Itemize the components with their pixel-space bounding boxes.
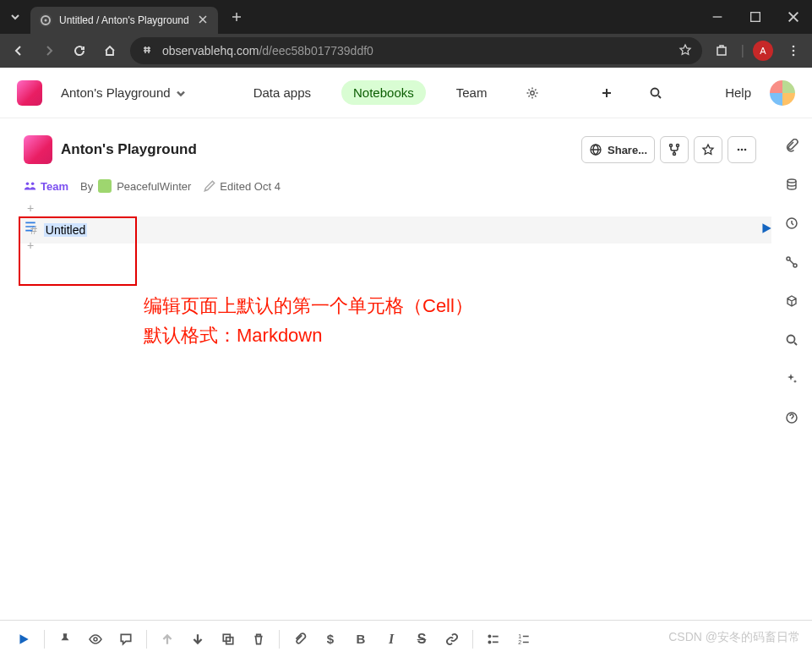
dependencies-button[interactable] (780, 250, 804, 274)
separator (279, 630, 280, 649)
attach-button[interactable] (286, 626, 313, 653)
reload-button[interactable] (66, 37, 93, 64)
side-help-button[interactable] (780, 406, 804, 430)
italic-button[interactable]: I (378, 626, 405, 653)
svg-point-24 (94, 638, 97, 641)
notebook-title: Anton's Playground (61, 141, 197, 158)
nav-team[interactable]: Team (444, 80, 499, 105)
separator (44, 630, 45, 649)
user-avatar[interactable] (770, 80, 795, 106)
extensions-button[interactable] (709, 37, 736, 64)
global-search-button[interactable] (640, 78, 671, 108)
toolbar-separator: | (739, 43, 746, 58)
svg-point-18 (787, 179, 796, 183)
svg-point-13 (738, 149, 740, 151)
separator (146, 630, 147, 649)
svg-point-20 (787, 257, 790, 260)
svg-rect-2 (750, 13, 760, 22)
bullet-list-button[interactable] (480, 626, 507, 653)
edited-info: Edited Oct 4 (203, 179, 281, 193)
package-button[interactable] (780, 289, 804, 313)
run-button[interactable] (10, 626, 37, 653)
svg-point-21 (793, 264, 797, 267)
window-close-button[interactable] (774, 3, 812, 31)
more-actions-button[interactable] (728, 136, 756, 163)
bold-button[interactable]: B (347, 626, 374, 653)
strikethrough-button[interactable]: S (408, 626, 435, 653)
history-button[interactable] (780, 211, 804, 235)
browser-tab[interactable]: Untitled / Anton's Playground (30, 7, 218, 34)
link-button[interactable] (439, 626, 466, 653)
notebook-logo (24, 135, 52, 164)
window-maximize-button[interactable] (736, 3, 774, 31)
author-avatar (98, 179, 112, 193)
bookmark-star-icon[interactable] (678, 43, 692, 59)
find-button[interactable] (780, 328, 804, 352)
svg-point-16 (26, 183, 30, 186)
add-cell-below-button[interactable]: + (27, 238, 34, 255)
svg-point-17 (31, 183, 35, 186)
svg-point-27 (488, 635, 490, 637)
format-dollar-button[interactable]: $ (317, 626, 344, 653)
close-tab-icon[interactable] (196, 13, 210, 29)
cell-content[interactable]: Untitled (44, 223, 87, 237)
svg-point-10 (670, 145, 673, 147)
share-button[interactable]: Share... (581, 136, 655, 163)
ordered-list-button[interactable]: 12 (510, 626, 537, 653)
svg-point-22 (787, 336, 795, 343)
attachments-button[interactable] (780, 134, 804, 157)
visibility-button[interactable] (82, 626, 109, 653)
svg-point-15 (744, 149, 747, 151)
delete-button[interactable] (245, 626, 272, 653)
svg-point-6 (793, 54, 795, 57)
settings-gear-icon[interactable] (517, 78, 548, 108)
pin-button[interactable] (52, 626, 79, 653)
svg-point-14 (741, 149, 744, 151)
svg-text:2: 2 (518, 638, 521, 644)
forward-button[interactable] (35, 37, 63, 64)
svg-point-11 (677, 145, 679, 147)
svg-point-1 (45, 19, 47, 22)
url-text: observablehq.com/d/eec58b017739ddf0 (162, 44, 670, 57)
svg-point-12 (673, 153, 676, 156)
team-badge[interactable]: Team (24, 179, 68, 193)
comment-button[interactable] (112, 626, 139, 653)
svg-point-4 (793, 46, 795, 48)
author-info[interactable]: By PeacefulWinter (80, 179, 191, 193)
chrome-profile-avatar[interactable]: A (753, 41, 773, 61)
database-button[interactable] (780, 172, 804, 196)
address-bar[interactable]: observablehq.com/d/eec58b017739ddf0 (130, 37, 702, 64)
help-link[interactable]: Help (725, 85, 751, 100)
move-up-button[interactable] (154, 626, 181, 653)
workspace-logo[interactable] (17, 80, 42, 106)
workspace-switcher[interactable]: Anton's Playground (61, 85, 188, 100)
markdown-cell[interactable]: # Untitled (20, 216, 771, 244)
duplicate-button[interactable] (215, 626, 242, 653)
favorite-button[interactable] (694, 136, 722, 163)
tab-search-dropdown[interactable] (0, 10, 30, 24)
nav-notebooks[interactable]: Notebooks (341, 80, 426, 105)
new-tab-button[interactable] (225, 5, 248, 29)
chrome-menu-button[interactable] (780, 37, 807, 64)
observable-favicon (39, 14, 52, 27)
fork-button[interactable] (660, 136, 689, 163)
svg-point-28 (488, 641, 490, 643)
back-button[interactable] (5, 37, 32, 64)
move-down-button[interactable] (184, 626, 211, 653)
window-minimize-button[interactable] (698, 3, 736, 31)
svg-point-7 (531, 90, 534, 94)
separator (472, 630, 473, 649)
add-cell-above-button[interactable]: + (27, 201, 34, 218)
ai-assist-button[interactable] (780, 367, 804, 391)
svg-point-8 (651, 88, 659, 96)
tab-title: Untitled / Anton's Playground (59, 14, 189, 26)
add-button[interactable] (591, 78, 622, 108)
nav-data-apps[interactable]: Data apps (242, 80, 323, 105)
run-cell-button[interactable] (760, 222, 773, 238)
site-info-icon[interactable] (140, 43, 154, 59)
home-button[interactable] (96, 37, 123, 64)
svg-point-5 (793, 50, 795, 52)
svg-rect-3 (717, 47, 726, 55)
cell-type-markdown-icon[interactable] (24, 220, 37, 237)
